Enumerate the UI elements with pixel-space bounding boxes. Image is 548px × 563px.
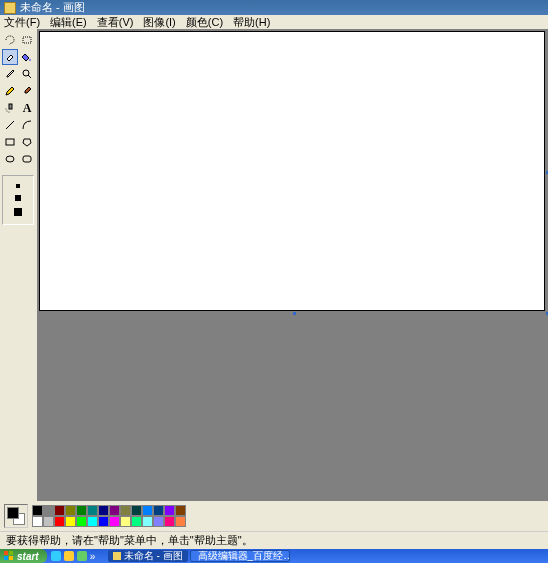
color-swatch[interactable] [76, 505, 87, 516]
quick-launch-item[interactable] [77, 551, 87, 561]
color-swatch[interactable] [131, 516, 142, 527]
window-title: 未命名 - 画图 [20, 0, 85, 15]
color-swatch[interactable] [54, 505, 65, 516]
size-small[interactable] [16, 184, 20, 188]
svg-point-10 [6, 156, 14, 162]
quick-launch-item[interactable] [51, 551, 61, 561]
color-swatch[interactable] [142, 505, 153, 516]
color-swatch[interactable] [153, 505, 164, 516]
fill-tool[interactable] [19, 49, 35, 65]
svg-point-5 [7, 111, 8, 112]
brush-tool[interactable] [19, 83, 35, 99]
canvas-area[interactable] [37, 29, 548, 501]
menu-view[interactable]: 查看(V) [97, 15, 134, 30]
color-swatch[interactable] [131, 505, 142, 516]
menu-edit[interactable]: 编辑(E) [50, 15, 87, 30]
quick-launch: » [47, 549, 104, 563]
color-swatch[interactable] [32, 505, 43, 516]
color-box [0, 501, 548, 531]
color-swatch[interactable] [76, 516, 87, 527]
toolbox: A [0, 29, 37, 501]
svg-line-8 [6, 121, 14, 129]
rect-select-tool[interactable] [19, 32, 35, 48]
start-button[interactable]: start [0, 549, 47, 563]
canvas[interactable] [39, 31, 545, 311]
size-medium[interactable] [15, 195, 21, 201]
svg-rect-11 [23, 156, 31, 162]
menu-help[interactable]: 帮助(H) [233, 15, 270, 30]
task-button-paint[interactable]: 未命名 - 画图 [108, 550, 188, 562]
color-swatch[interactable] [65, 505, 76, 516]
quick-launch-item[interactable] [64, 551, 74, 561]
color-swatch[interactable] [109, 505, 120, 516]
task-icon [113, 552, 121, 560]
task-button-browser[interactable]: 高级编辑器_百度经… [190, 550, 290, 562]
main-area: A [0, 29, 548, 501]
color-swatch[interactable] [43, 516, 54, 527]
color-swatch[interactable] [109, 516, 120, 527]
freeform-select-tool[interactable] [2, 32, 18, 48]
menu-colors[interactable]: 颜色(C) [186, 15, 223, 30]
curve-tool[interactable] [19, 117, 35, 133]
resize-handle[interactable] [293, 312, 296, 315]
color-swatch[interactable] [175, 516, 186, 527]
svg-rect-9 [6, 139, 14, 145]
color-swatch[interactable] [120, 516, 131, 527]
rounded-rect-tool[interactable] [19, 151, 35, 167]
task-buttons: 未命名 - 画图 高级编辑器_百度经… [108, 549, 290, 563]
color-swatch[interactable] [65, 516, 76, 527]
start-label: start [17, 551, 39, 562]
svg-point-1 [29, 59, 31, 61]
foreground-color[interactable] [7, 507, 19, 519]
color-swatch[interactable] [98, 505, 109, 516]
windows-logo-icon [4, 551, 14, 561]
text-tool[interactable]: A [19, 100, 35, 116]
color-swatch[interactable] [164, 505, 175, 516]
color-swatch[interactable] [32, 516, 43, 527]
ellipse-tool[interactable] [2, 151, 18, 167]
color-swatch[interactable] [142, 516, 153, 527]
color-swatch[interactable] [54, 516, 65, 527]
pencil-tool[interactable] [2, 83, 18, 99]
tool-options[interactable] [2, 175, 34, 225]
status-text: 要获得帮助，请在"帮助"菜单中，单击"帮助主题"。 [6, 533, 253, 548]
menu-image[interactable]: 图像(I) [143, 15, 175, 30]
svg-point-7 [6, 109, 7, 110]
color-swatch[interactable] [98, 516, 109, 527]
app-icon [4, 2, 16, 14]
rectangle-tool[interactable] [2, 134, 18, 150]
color-swatch[interactable] [43, 505, 54, 516]
svg-point-6 [9, 112, 10, 113]
task-label: 未命名 - 画图 [124, 550, 183, 562]
color-swatch[interactable] [164, 516, 175, 527]
svg-rect-0 [23, 37, 31, 43]
eraser-tool[interactable] [2, 49, 18, 65]
color-picker-tool[interactable] [2, 66, 18, 82]
polygon-tool[interactable] [19, 134, 35, 150]
magnifier-tool[interactable] [19, 66, 35, 82]
taskbar[interactable]: start » 未命名 - 画图 高级编辑器_百度经… [0, 549, 548, 563]
airbrush-tool[interactable] [2, 100, 18, 116]
color-swatch[interactable] [153, 516, 164, 527]
color-swatch[interactable] [87, 505, 98, 516]
svg-line-3 [28, 75, 31, 78]
menu-file[interactable]: 文件(F) [4, 15, 40, 30]
color-swatch[interactable] [87, 516, 98, 527]
menu-bar: 文件(F) 编辑(E) 查看(V) 图像(I) 颜色(C) 帮助(H) [0, 15, 548, 29]
title-bar[interactable]: 未命名 - 画图 [0, 0, 548, 15]
quick-launch-chevron-icon[interactable]: » [90, 551, 100, 561]
color-swatch[interactable] [120, 505, 131, 516]
color-palette [32, 505, 186, 527]
status-bar: 要获得帮助，请在"帮助"菜单中，单击"帮助主题"。 [0, 531, 548, 549]
current-colors[interactable] [4, 504, 28, 528]
size-large[interactable] [14, 208, 22, 216]
svg-rect-4 [9, 104, 12, 109]
line-tool[interactable] [2, 117, 18, 133]
color-swatch[interactable] [175, 505, 186, 516]
task-label: 高级编辑器_百度经… [198, 550, 290, 562]
